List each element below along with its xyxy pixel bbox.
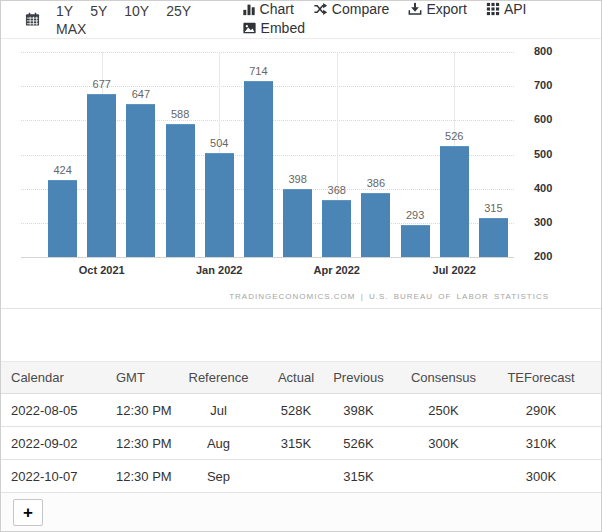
period-button-max[interactable]: MAX [56,21,86,37]
table-footer: + [1,493,601,532]
x-axis-label: Apr 2022 [302,264,372,276]
calendar-button[interactable] [25,12,40,27]
calendar-icon [25,12,40,27]
bar[interactable] [205,153,234,257]
chart-table-gap [1,309,601,361]
period-button-10y[interactable]: 10Y [124,3,149,19]
x-axis-label: Oct 2021 [67,264,137,276]
bar[interactable] [48,180,77,257]
calendar-cell-reference: Sep [176,460,261,493]
bar-value-label: 714 [238,65,278,77]
calendar-cell-actual: 315K [261,427,331,460]
chart-attribution: TRADINGECONOMICS.COM | U.S. BUREAU OF LA… [229,292,549,301]
payrolls-bar-chart: TRADINGECONOMICS.COM | U.S. BUREAU OF LA… [1,39,601,309]
economic-calendar-table: CalendarGMTReferenceActualPreviousConsen… [1,361,602,493]
bar-value-label: 368 [317,184,357,196]
column-header-calendar: Calendar [1,362,106,394]
bar-value-label: 315 [473,202,513,214]
bar-value-label: 293 [395,209,435,221]
calendar-cell-previous: 526K [331,427,386,460]
period-button-25y[interactable]: 25Y [166,3,191,19]
bar-value-label: 647 [121,88,161,100]
calendar-cell-teforecast: 310K [501,427,602,460]
action-label: Compare [332,1,390,17]
bar[interactable] [166,124,195,257]
api-button[interactable]: API [486,1,527,17]
y-axis-label: 400 [534,182,564,194]
bar-value-label: 526 [434,130,474,142]
calendar-cell-calendar: 2022-09-02 [1,427,106,460]
calendar-cell-calendar: 2022-10-07 [1,460,106,493]
api-grid-icon [486,2,500,16]
calendar-cell-consensus: 300K [386,427,501,460]
calendar-cell-consensus: 250K [386,394,501,427]
period-button-1y[interactable]: 1Y [56,3,73,19]
calendar-cell-previous: 315K [331,460,386,493]
bar-value-label: 504 [199,137,239,149]
y-axis-label: 200 [534,250,564,262]
export-download-icon [408,2,422,16]
calendar-cell-actual: 528K [261,394,331,427]
bar[interactable] [87,94,116,257]
table-header-row: CalendarGMTReferenceActualPreviousConsen… [1,362,602,394]
calendar-cell-consensus [386,460,501,493]
calendar-row[interactable]: 2022-10-0712:30 PMSep315K300K [1,460,602,493]
export-button[interactable]: Export [408,1,466,17]
compare-button[interactable]: Compare [313,1,390,17]
action-label: Export [426,1,466,17]
x-axis-label: Jan 2022 [184,264,254,276]
compare-shuffle-icon [313,2,328,16]
calendar-cell-gmt: 12:30 PM [106,427,176,460]
bar-value-label: 386 [356,177,396,189]
bar[interactable] [479,218,508,257]
calendar-cell-reference: Jul [176,394,261,427]
x-axis-label: Jul 2022 [419,264,489,276]
calendar-cell-calendar: 2022-08-05 [1,394,106,427]
bar-value-label: 677 [82,78,122,90]
bar[interactable] [283,189,312,257]
expand-calendar-button[interactable]: + [13,499,43,526]
calendar-cell-gmt: 12:30 PM [106,394,176,427]
calendar-cell-teforecast: 300K [501,460,602,493]
calendar-row[interactable]: 2022-08-0512:30 PMJul528K398K250K290K [1,394,602,427]
calendar-row[interactable]: 2022-09-0212:30 PMAug315K526K300K310K [1,427,602,460]
chart-toolbar: 1Y5Y10Y25YMAX ChartCompareExportAPIEmbed [1,1,601,39]
bar[interactable] [244,81,273,257]
calendar-cell-previous: 398K [331,394,386,427]
y-axis-label: 800 [534,45,564,57]
bar-value-label: 398 [278,173,318,185]
bar-value-label: 424 [43,164,83,176]
column-header-teforecast: TEForecast [501,362,602,394]
chart-button[interactable]: Chart [242,1,294,17]
y-axis-label: 700 [534,79,564,91]
calendar-cell-reference: Aug [176,427,261,460]
column-header-actual: Actual [261,362,331,394]
bar[interactable] [126,104,155,257]
bar[interactable] [440,146,469,257]
calendar-cell-teforecast: 290K [501,394,602,427]
calendar-cell-actual [261,460,331,493]
column-header-gmt: GMT [106,362,176,394]
y-axis-label: 600 [534,113,564,125]
action-label: Chart [260,1,294,17]
bar[interactable] [361,193,390,257]
bar[interactable] [322,200,351,257]
calendar-cell-gmt: 12:30 PM [106,460,176,493]
column-header-previous: Previous [331,362,386,394]
bar[interactable] [401,225,430,257]
embed-button[interactable]: Embed [242,20,305,36]
bar-chart-icon [242,2,256,16]
grid-line-horizontal [21,257,514,258]
period-button-5y[interactable]: 5Y [90,3,107,19]
action-label: API [504,1,527,17]
embed-image-icon [242,21,257,35]
column-header-consensus: Consensus [386,362,501,394]
column-header-reference: Reference [176,362,261,394]
grid-line-horizontal [21,52,514,53]
y-axis-label: 500 [534,148,564,160]
action-label: Embed [261,20,305,36]
y-axis-label: 300 [534,216,564,228]
bar-value-label: 588 [160,108,200,120]
trading-economics-widget: 1Y5Y10Y25YMAX ChartCompareExportAPIEmbed… [0,0,602,532]
